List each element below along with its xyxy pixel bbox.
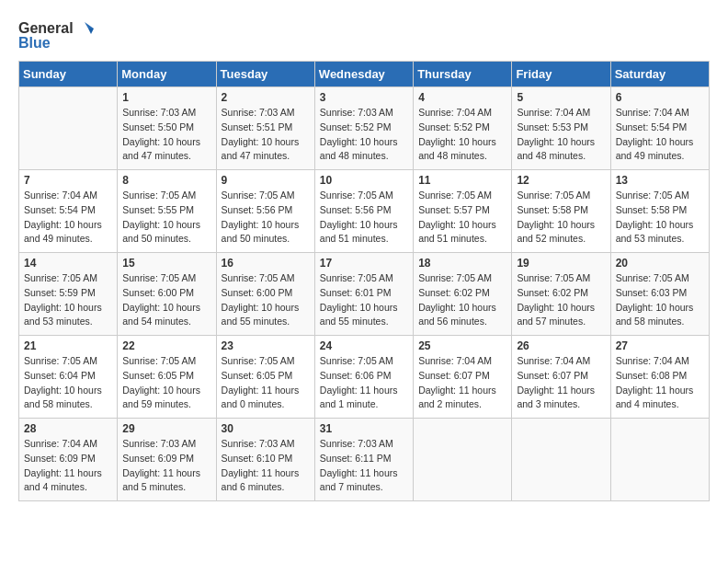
day-number: 10: [320, 174, 408, 187]
calendar-week-4: 21Sunrise: 7:05 AMSunset: 6:04 PMDayligh…: [19, 336, 710, 419]
day-info: Sunrise: 7:03 AMSunset: 6:10 PMDaylight:…: [222, 437, 310, 495]
day-info: Sunrise: 7:05 AMSunset: 5:56 PMDaylight:…: [320, 189, 408, 247]
header-row: SundayMondayTuesdayWednesdayThursdayFrid…: [19, 62, 710, 87]
calendar-cell: 10Sunrise: 7:05 AMSunset: 5:56 PMDayligh…: [314, 170, 413, 253]
day-info: Sunrise: 7:04 AMSunset: 6:09 PMDaylight:…: [24, 437, 112, 495]
day-info: Sunrise: 7:04 AMSunset: 6:07 PMDaylight:…: [418, 354, 506, 412]
day-info: Sunrise: 7:04 AMSunset: 5:52 PMDaylight:…: [418, 106, 506, 164]
day-info: Sunrise: 7:05 AMSunset: 6:05 PMDaylight:…: [122, 354, 210, 412]
day-info: Sunrise: 7:03 AMSunset: 6:11 PMDaylight:…: [320, 437, 408, 495]
calendar-table: SundayMondayTuesdayWednesdayThursdayFrid…: [18, 61, 710, 501]
day-info: Sunrise: 7:05 AMSunset: 6:01 PMDaylight:…: [320, 271, 408, 329]
calendar-cell: 1Sunrise: 7:03 AMSunset: 5:50 PMDaylight…: [118, 87, 216, 170]
day-info: Sunrise: 7:05 AMSunset: 5:56 PMDaylight:…: [222, 189, 310, 247]
svg-marker-1: [88, 29, 94, 34]
day-number: 16: [222, 257, 310, 270]
calendar-cell: 12Sunrise: 7:05 AMSunset: 5:58 PMDayligh…: [512, 170, 610, 253]
calendar-cell: 6Sunrise: 7:04 AMSunset: 5:54 PMDaylight…: [610, 87, 709, 170]
calendar-cell: 8Sunrise: 7:05 AMSunset: 5:55 PMDaylight…: [118, 170, 216, 253]
day-number: 6: [616, 91, 704, 104]
calendar-cell: 15Sunrise: 7:05 AMSunset: 6:00 PMDayligh…: [118, 253, 216, 336]
day-info: Sunrise: 7:05 AMSunset: 6:04 PMDaylight:…: [24, 354, 112, 412]
calendar-cell: 27Sunrise: 7:04 AMSunset: 6:08 PMDayligh…: [610, 336, 709, 419]
day-number: 31: [320, 422, 408, 435]
day-number: 1: [122, 91, 210, 104]
calendar-cell: 26Sunrise: 7:04 AMSunset: 6:07 PMDayligh…: [512, 336, 610, 419]
column-header-saturday: Saturday: [610, 62, 709, 87]
calendar-cell: 5Sunrise: 7:04 AMSunset: 5:53 PMDaylight…: [512, 87, 610, 170]
calendar-cell: [19, 87, 118, 170]
calendar-cell: 13Sunrise: 7:05 AMSunset: 5:58 PMDayligh…: [610, 170, 709, 253]
day-info: Sunrise: 7:05 AMSunset: 6:02 PMDaylight:…: [517, 271, 605, 329]
day-number: 22: [122, 339, 210, 352]
day-number: 20: [616, 257, 704, 270]
day-info: Sunrise: 7:05 AMSunset: 6:05 PMDaylight:…: [222, 354, 310, 412]
column-header-thursday: Thursday: [414, 62, 512, 87]
day-number: 13: [616, 174, 704, 187]
day-info: Sunrise: 7:03 AMSunset: 5:51 PMDaylight:…: [222, 106, 310, 164]
day-number: 25: [418, 339, 506, 352]
calendar-week-3: 14Sunrise: 7:05 AMSunset: 5:59 PMDayligh…: [19, 253, 710, 336]
calendar-cell: 28Sunrise: 7:04 AMSunset: 6:09 PMDayligh…: [19, 419, 118, 501]
column-header-tuesday: Tuesday: [216, 62, 314, 87]
day-info: Sunrise: 7:05 AMSunset: 5:57 PMDaylight:…: [418, 189, 506, 247]
calendar-week-2: 7Sunrise: 7:04 AMSunset: 5:54 PMDaylight…: [19, 170, 710, 253]
day-number: 3: [320, 91, 408, 104]
calendar-cell: 14Sunrise: 7:05 AMSunset: 5:59 PMDayligh…: [19, 253, 118, 336]
day-info: Sunrise: 7:05 AMSunset: 5:59 PMDaylight:…: [24, 271, 112, 329]
day-info: Sunrise: 7:03 AMSunset: 6:09 PMDaylight:…: [122, 437, 210, 495]
calendar-cell: 3Sunrise: 7:03 AMSunset: 5:52 PMDaylight…: [314, 87, 413, 170]
day-info: Sunrise: 7:05 AMSunset: 6:00 PMDaylight:…: [122, 271, 210, 329]
day-number: 29: [122, 422, 210, 435]
logo: General Blue: [18, 18, 96, 52]
day-number: 7: [24, 174, 112, 187]
day-number: 2: [222, 91, 310, 104]
logo-bird-icon: [75, 18, 96, 39]
calendar-cell: 23Sunrise: 7:05 AMSunset: 6:05 PMDayligh…: [216, 336, 314, 419]
calendar-cell: 21Sunrise: 7:05 AMSunset: 6:04 PMDayligh…: [19, 336, 118, 419]
day-number: 5: [517, 91, 605, 104]
calendar-cell: 24Sunrise: 7:05 AMSunset: 6:06 PMDayligh…: [314, 336, 413, 419]
calendar-week-1: 1Sunrise: 7:03 AMSunset: 5:50 PMDaylight…: [19, 87, 710, 170]
calendar-cell: 9Sunrise: 7:05 AMSunset: 5:56 PMDaylight…: [216, 170, 314, 253]
day-number: 12: [517, 174, 605, 187]
day-number: 11: [418, 174, 506, 187]
day-info: Sunrise: 7:05 AMSunset: 6:03 PMDaylight:…: [616, 271, 704, 329]
svg-marker-0: [85, 22, 94, 29]
calendar-cell: 18Sunrise: 7:05 AMSunset: 6:02 PMDayligh…: [414, 253, 512, 336]
calendar-cell: 7Sunrise: 7:04 AMSunset: 5:54 PMDaylight…: [19, 170, 118, 253]
calendar-cell: [414, 419, 512, 501]
day-info: Sunrise: 7:04 AMSunset: 6:08 PMDaylight:…: [616, 354, 704, 412]
day-number: 15: [122, 257, 210, 270]
calendar-cell: 31Sunrise: 7:03 AMSunset: 6:11 PMDayligh…: [314, 419, 413, 501]
calendar-cell: 17Sunrise: 7:05 AMSunset: 6:01 PMDayligh…: [314, 253, 413, 336]
day-info: Sunrise: 7:05 AMSunset: 5:58 PMDaylight:…: [517, 189, 605, 247]
day-number: 19: [517, 257, 605, 270]
calendar-cell: 11Sunrise: 7:05 AMSunset: 5:57 PMDayligh…: [414, 170, 512, 253]
day-number: 17: [320, 257, 408, 270]
calendar-week-5: 28Sunrise: 7:04 AMSunset: 6:09 PMDayligh…: [19, 419, 710, 501]
page-header: General Blue: [18, 18, 710, 52]
day-number: 4: [418, 91, 506, 104]
calendar-cell: 16Sunrise: 7:05 AMSunset: 6:00 PMDayligh…: [216, 253, 314, 336]
column-header-friday: Friday: [512, 62, 610, 87]
calendar-cell: [610, 419, 709, 501]
day-number: 27: [616, 339, 704, 352]
logo-blue: Blue: [18, 35, 51, 52]
day-number: 30: [222, 422, 310, 435]
day-info: Sunrise: 7:04 AMSunset: 6:07 PMDaylight:…: [517, 354, 605, 412]
calendar-cell: 2Sunrise: 7:03 AMSunset: 5:51 PMDaylight…: [216, 87, 314, 170]
day-number: 14: [24, 257, 112, 270]
day-number: 8: [122, 174, 210, 187]
day-number: 28: [24, 422, 112, 435]
day-info: Sunrise: 7:05 AMSunset: 6:06 PMDaylight:…: [320, 354, 408, 412]
day-number: 23: [222, 339, 310, 352]
day-number: 26: [517, 339, 605, 352]
calendar-cell: 22Sunrise: 7:05 AMSunset: 6:05 PMDayligh…: [118, 336, 216, 419]
calendar-cell: 30Sunrise: 7:03 AMSunset: 6:10 PMDayligh…: [216, 419, 314, 501]
day-info: Sunrise: 7:04 AMSunset: 5:54 PMDaylight:…: [616, 106, 704, 164]
day-info: Sunrise: 7:05 AMSunset: 5:55 PMDaylight:…: [122, 189, 210, 247]
day-info: Sunrise: 7:04 AMSunset: 5:54 PMDaylight:…: [24, 189, 112, 247]
calendar-cell: 4Sunrise: 7:04 AMSunset: 5:52 PMDaylight…: [414, 87, 512, 170]
day-info: Sunrise: 7:03 AMSunset: 5:52 PMDaylight:…: [320, 106, 408, 164]
